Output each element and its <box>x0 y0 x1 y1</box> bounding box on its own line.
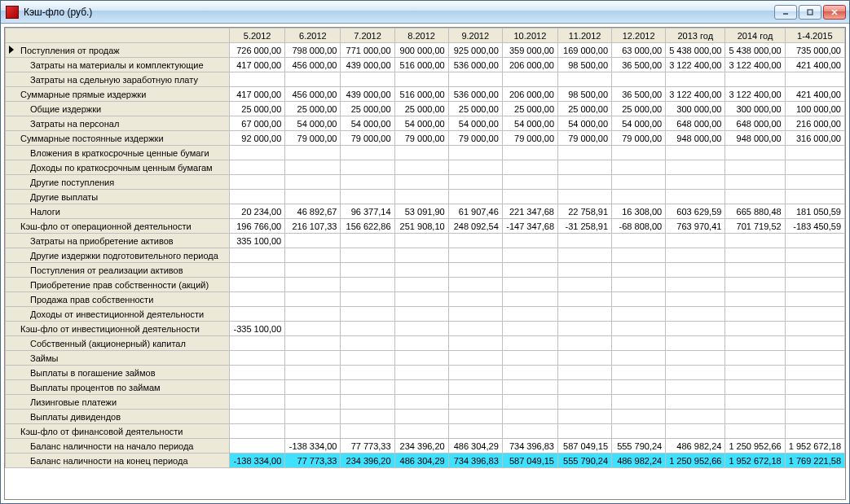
data-cell[interactable]: 3 122 400,00 <box>666 58 725 72</box>
data-cell[interactable]: 20 234,00 <box>230 204 285 219</box>
data-cell[interactable] <box>394 307 448 322</box>
data-cell[interactable] <box>558 278 612 292</box>
data-cell[interactable] <box>230 395 285 410</box>
data-cell[interactable] <box>230 72 285 87</box>
data-cell[interactable]: 5 438 000,00 <box>725 43 785 58</box>
data-cell[interactable] <box>725 292 785 307</box>
data-cell[interactable]: 771 000,00 <box>341 43 394 58</box>
data-cell[interactable] <box>725 336 785 351</box>
data-cell[interactable] <box>448 380 502 395</box>
data-cell[interactable] <box>502 72 557 87</box>
data-cell[interactable] <box>502 234 557 248</box>
data-cell[interactable] <box>285 380 341 395</box>
data-cell[interactable] <box>666 307 725 322</box>
data-cell[interactable] <box>285 278 341 292</box>
data-cell[interactable] <box>612 278 666 292</box>
data-cell[interactable] <box>341 190 394 204</box>
data-cell[interactable] <box>285 410 341 424</box>
row-header[interactable]: Поступления от реализации активов <box>6 263 230 278</box>
data-cell[interactable] <box>725 380 785 395</box>
data-cell[interactable]: -138 334,00 <box>285 439 341 454</box>
data-cell[interactable]: 486 304,29 <box>448 439 502 454</box>
data-cell[interactable]: -68 808,00 <box>612 219 666 234</box>
data-cell[interactable] <box>230 336 285 351</box>
data-cell[interactable] <box>285 190 341 204</box>
data-cell[interactable] <box>448 175 502 190</box>
data-cell[interactable] <box>502 248 557 263</box>
data-cell[interactable]: 486 982,24 <box>666 439 725 454</box>
data-cell[interactable] <box>558 234 612 248</box>
row-header[interactable]: Другие издержки подготовительного период… <box>6 248 230 263</box>
data-cell[interactable]: 587 049,15 <box>502 454 557 468</box>
column-header[interactable]: 9.2012 <box>448 28 502 43</box>
data-cell[interactable] <box>448 366 502 380</box>
data-cell[interactable] <box>558 292 612 307</box>
data-cell[interactable] <box>612 292 666 307</box>
data-cell[interactable] <box>341 234 394 248</box>
table-row[interactable]: Затраты на материалы и комплектующие417 … <box>6 58 845 72</box>
data-cell[interactable] <box>394 395 448 410</box>
data-cell[interactable] <box>502 190 557 204</box>
data-cell[interactable]: 22 758,91 <box>558 204 612 219</box>
data-cell[interactable] <box>725 351 785 366</box>
data-cell[interactable] <box>448 146 502 160</box>
data-cell[interactable] <box>785 366 844 380</box>
data-cell[interactable] <box>230 439 285 454</box>
data-cell[interactable]: 25 000,00 <box>558 102 612 116</box>
data-cell[interactable] <box>285 351 341 366</box>
data-cell[interactable] <box>285 234 341 248</box>
data-cell[interactable]: 251 908,10 <box>394 219 448 234</box>
data-cell[interactable] <box>558 146 612 160</box>
minimize-button[interactable] <box>774 5 797 20</box>
table-row[interactable]: Другие издержки подготовительного период… <box>6 248 845 263</box>
data-cell[interactable]: 221 347,68 <box>502 204 557 219</box>
data-cell[interactable]: 156 622,86 <box>341 219 394 234</box>
data-cell[interactable] <box>558 336 612 351</box>
data-cell[interactable] <box>448 292 502 307</box>
data-cell[interactable]: 1 250 952,66 <box>725 439 785 454</box>
data-cell[interactable] <box>341 248 394 263</box>
data-cell[interactable]: 54 000,00 <box>394 116 448 131</box>
data-cell[interactable] <box>285 424 341 439</box>
data-cell[interactable] <box>666 263 725 278</box>
data-cell[interactable] <box>785 190 844 204</box>
data-cell[interactable] <box>285 307 341 322</box>
row-header[interactable]: Займы <box>6 351 230 366</box>
data-cell[interactable]: 1 952 672,18 <box>725 454 785 468</box>
data-cell[interactable]: 53 091,90 <box>394 204 448 219</box>
table-row[interactable]: Суммарные прямые издержки417 000,00456 0… <box>6 87 845 102</box>
data-cell[interactable]: 587 049,15 <box>558 439 612 454</box>
data-cell[interactable] <box>230 366 285 380</box>
data-cell[interactable]: 25 000,00 <box>448 102 502 116</box>
column-header[interactable]: 2014 год <box>725 28 785 43</box>
data-cell[interactable]: 456 000,00 <box>285 87 341 102</box>
data-cell[interactable]: 925 000,00 <box>448 43 502 58</box>
data-cell[interactable] <box>612 366 666 380</box>
data-cell[interactable]: 206 000,00 <box>502 87 557 102</box>
data-cell[interactable]: 300 000,00 <box>666 102 725 116</box>
data-cell[interactable] <box>785 72 844 87</box>
row-header[interactable]: Баланс наличности на начало периода <box>6 439 230 454</box>
data-cell[interactable]: 726 000,00 <box>230 43 285 58</box>
data-cell[interactable] <box>725 395 785 410</box>
data-cell[interactable]: 603 629,59 <box>666 204 725 219</box>
data-cell[interactable]: 3 122 400,00 <box>725 87 785 102</box>
data-cell[interactable] <box>230 351 285 366</box>
data-cell[interactable] <box>341 336 394 351</box>
data-cell[interactable] <box>448 307 502 322</box>
data-cell[interactable] <box>666 380 725 395</box>
table-row[interactable]: Выплаты в погашение займов <box>6 366 845 380</box>
data-cell[interactable] <box>725 307 785 322</box>
data-cell[interactable]: 206 000,00 <box>502 58 557 72</box>
data-cell[interactable]: 798 000,00 <box>285 43 341 58</box>
data-cell[interactable]: 79 000,00 <box>448 131 502 146</box>
data-cell[interactable] <box>612 307 666 322</box>
data-cell[interactable] <box>394 351 448 366</box>
data-cell[interactable] <box>612 424 666 439</box>
row-header[interactable]: Доходы от инвестиционной деятельности <box>6 307 230 322</box>
data-cell[interactable]: 25 000,00 <box>285 102 341 116</box>
table-row[interactable]: Затраты на сдельную заработную плату <box>6 72 845 87</box>
data-cell[interactable] <box>558 175 612 190</box>
data-cell[interactable] <box>558 366 612 380</box>
data-cell[interactable]: -31 258,91 <box>558 219 612 234</box>
